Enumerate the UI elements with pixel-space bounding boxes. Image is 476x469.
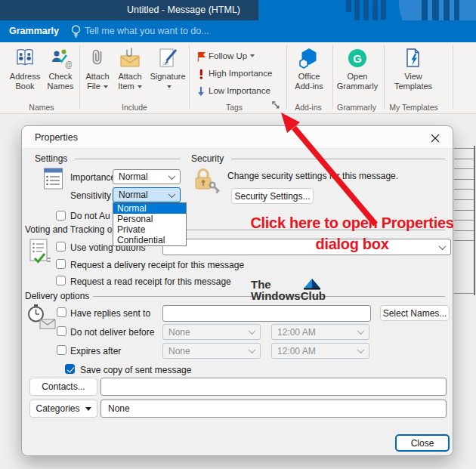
voting-tracking-icon <box>28 238 54 270</box>
properties-dialog: Properties Settings Security Importance … <box>21 125 453 456</box>
categories-value: None <box>108 403 130 414</box>
save-copy-label[interactable]: Save copy of sent message <box>80 365 191 375</box>
categories-field[interactable]: None <box>100 400 447 418</box>
delivery-receipt-label[interactable]: Request a delivery receipt for this mess… <box>70 260 244 270</box>
chevron-down-icon <box>249 327 256 335</box>
sensitivity-dropdown-list: Normal Personal Private Confidential <box>113 202 187 246</box>
signature-label: Signature <box>150 72 185 81</box>
view-templates-label: View <box>404 72 422 81</box>
attach-file-label: Attach <box>85 72 109 81</box>
dropdown-option-confidential[interactable]: Confidential <box>113 235 186 245</box>
chevron-down-icon <box>439 242 447 250</box>
expires-date-combo[interactable]: None <box>162 343 261 359</box>
low-importance-button[interactable]: Low Importance <box>193 83 283 98</box>
have-replies-checkbox[interactable] <box>57 307 66 317</box>
dropdown-caret-icon <box>104 85 108 88</box>
chevron-down-icon <box>357 346 365 353</box>
check-names-icon: @ <box>43 45 78 72</box>
delivery-receipt-checkbox[interactable] <box>56 259 66 269</box>
categories-button[interactable]: Categories <box>29 400 97 418</box>
follow-up-button[interactable]: Follow Up <box>193 48 283 63</box>
save-copy-checkbox[interactable] <box>65 364 75 374</box>
group-label-tags: Tags <box>208 103 261 112</box>
read-receipt-checkbox[interactable] <box>56 276 66 285</box>
tab-grammarly[interactable]: Grammarly <box>9 26 59 36</box>
group-separator <box>332 45 333 109</box>
flag-icon <box>193 50 209 63</box>
signature-icon <box>148 45 187 72</box>
expires-time-combo[interactable]: 12:00 AM <box>271 343 369 359</box>
sensitivity-combo[interactable]: Normal <box>113 187 181 202</box>
security-group-line <box>231 159 445 159</box>
attach-item-button[interactable]: Attach Item <box>113 45 147 102</box>
group-separator <box>384 45 385 109</box>
dropdown-option-normal[interactable]: Normal <box>113 203 186 214</box>
office-add-ins-label: Office <box>298 72 320 81</box>
tags-dialog-launcher[interactable] <box>272 100 282 110</box>
security-description: Change security settings for this messag… <box>227 171 398 181</box>
dropdown-caret-icon <box>138 85 142 88</box>
delivery-group-line <box>93 296 445 297</box>
importance-value: Normal <box>119 171 148 182</box>
autoarchive-label[interactable]: Do not Au <box>70 211 110 221</box>
high-importance-button[interactable]: High Importance <box>193 66 283 81</box>
chevron-down-icon <box>168 190 176 198</box>
group-label-addins: Add-ins <box>282 103 335 112</box>
deliver-date-combo[interactable]: None <box>162 324 261 340</box>
close-icon[interactable] <box>425 130 445 146</box>
office-add-ins-button[interactable]: Office Add-ins <box>290 45 328 102</box>
categories-caret-icon <box>85 407 91 411</box>
view-templates-icon <box>387 45 440 72</box>
group-separator <box>79 45 80 109</box>
dropdown-option-personal[interactable]: Personal <box>113 214 186 224</box>
security-lock-icon <box>193 165 221 199</box>
dropdown-caret-icon <box>167 85 172 88</box>
group-separator <box>189 45 190 109</box>
replies-to-field[interactable] <box>162 305 371 322</box>
address-book-button[interactable]: Address Book <box>7 45 43 102</box>
settings-group-header: Settings <box>35 153 67 164</box>
expires-date-value: None <box>168 346 190 356</box>
voting-buttons-combo[interactable] <box>162 239 451 255</box>
autoarchive-checkbox[interactable] <box>56 211 66 221</box>
dropdown-caret-icon <box>250 54 255 57</box>
group-label-names: Names <box>15 103 68 112</box>
signature-button[interactable]: Signature <box>148 45 187 102</box>
tellme-box[interactable]: Tell me what you want to do... <box>85 26 209 36</box>
expires-after-checkbox[interactable] <box>57 345 66 355</box>
have-replies-label[interactable]: Have replies sent to <box>70 308 150 319</box>
security-settings-button[interactable]: Security Settings... <box>231 188 314 204</box>
deliver-time-combo[interactable]: 12:00 AM <box>271 324 369 340</box>
group-label-grammarly: Grammarly <box>330 103 383 112</box>
use-voting-checkbox[interactable] <box>56 242 66 251</box>
security-group-header: Security <box>191 153 224 164</box>
select-names-button[interactable]: Select Names... <box>380 305 450 321</box>
follow-up-label: Follow Up <box>209 51 247 60</box>
contacts-button[interactable]: Contacts... <box>29 378 97 396</box>
chevron-down-icon <box>357 327 365 335</box>
group-label-templates: My Templates <box>382 103 446 112</box>
contacts-field[interactable] <box>100 378 447 396</box>
attach-file-button[interactable]: Attach File <box>82 45 113 102</box>
background-vertical-line <box>474 146 475 295</box>
do-not-deliver-label[interactable]: Do not deliver before <box>70 327 154 338</box>
svg-text:G: G <box>353 52 362 65</box>
expires-after-label[interactable]: Expires after <box>70 346 121 356</box>
do-not-deliver-checkbox[interactable] <box>57 326 66 336</box>
view-templates-button[interactable]: View Templates <box>387 45 440 102</box>
grammarly-icon: G <box>335 45 379 72</box>
importance-combo[interactable]: Normal <box>113 169 181 184</box>
open-grammarly-button[interactable]: G Open Grammarly <box>335 45 379 102</box>
check-names-button[interactable]: @ Check Names <box>43 45 78 102</box>
read-receipt-label[interactable]: Request a read receipt for this message <box>70 276 231 287</box>
deliver-time-value: 12:00 AM <box>277 327 316 338</box>
group-label-include: Include <box>106 103 163 112</box>
group-separator <box>286 45 287 109</box>
sensitivity-value: Normal <box>119 190 148 200</box>
dialog-titlebar <box>22 126 453 149</box>
dialog-title: Properties <box>35 132 78 143</box>
open-grammarly-label: Open <box>348 72 368 81</box>
close-button[interactable]: Close <box>395 434 450 452</box>
dropdown-option-private[interactable]: Private <box>113 224 186 235</box>
high-importance-label: High Importance <box>209 69 272 78</box>
